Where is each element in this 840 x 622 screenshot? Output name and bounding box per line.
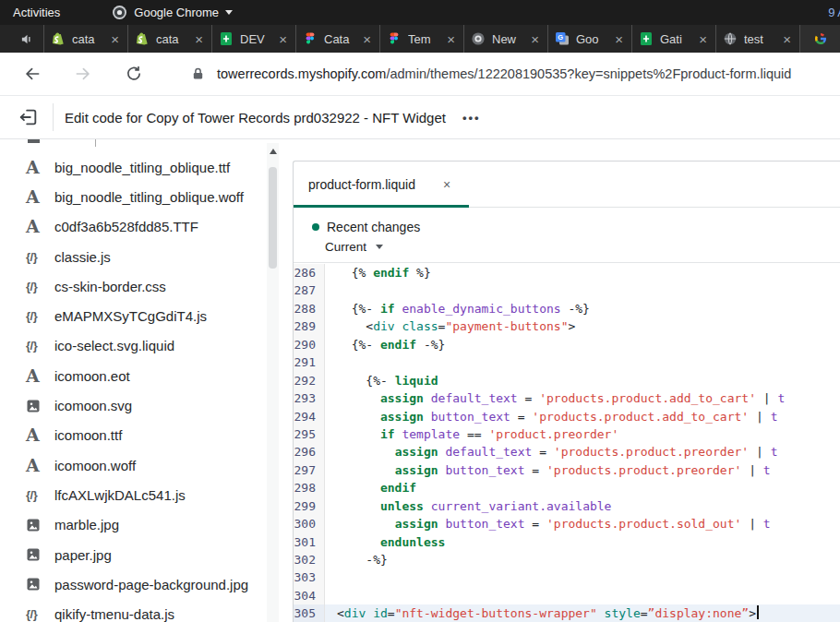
line-number: 299 [294,497,325,515]
browser-tab-strip: cata×cata×DEV×Cata×Tem×New×GGoo×Gati×tes… [0,25,840,53]
code-line[interactable]: 286 {% endif %} [294,264,840,281]
file-list-item[interactable]: {/}eMAPMXSyTCgGdiT4.js [0,301,286,330]
activities-button[interactable]: Activities [13,6,60,19]
code-line-content: assign default_text = 'products.product.… [325,389,840,407]
scrollbar-up-arrow-icon[interactable] [270,149,277,154]
tab-close-icon[interactable]: × [529,32,541,46]
tab-title: Gati [660,32,690,46]
code-line[interactable]: 301 endunless [294,533,840,551]
figma-icon [387,31,402,46]
file-list-item[interactable]: Abig_noodle_titling_oblique.ttf [0,152,286,182]
tab-title: cata [156,32,186,46]
back-button[interactable] [23,65,42,83]
exit-code-editor-button[interactable] [18,107,39,127]
app-menu[interactable]: Google Chrome [112,5,233,20]
file-list-item[interactable]: {/}cs-skin-border.css [0,271,286,301]
system-clock[interactable]: 9 A [828,6,840,19]
code-line[interactable]: 303 [294,568,840,586]
image-file-icon [26,547,48,562]
file-list-item[interactable]: password-page-background.jpg [0,569,286,599]
scrollbar-thumb[interactable] [269,167,277,269]
file-list-item[interactable]: Aicomoon.eot [0,361,286,390]
file-list-item[interactable]: marble.jpg [0,510,286,540]
file-list-item[interactable]: {/}classie.js [0,242,286,271]
line-number: 287 [294,281,325,299]
file-list-item[interactable]: Abig_noodle_titling_oblique.woff [0,182,286,211]
tab-title: Cata [324,32,354,46]
code-line[interactable]: 305<div id="nft-widget-buttons-wrapper" … [294,604,840,622]
shopify-icon [135,31,150,46]
code-area[interactable]: 286 {% endif %}287288 {%- if enable_dyna… [294,264,840,622]
code-line[interactable]: 292 {%- liquid [294,372,840,389]
tab-close-icon[interactable]: × [361,32,373,46]
file-list-item[interactable]: Ac0df3a6b528fdd85.TTF [0,212,286,242]
line-number: 305 [294,604,325,622]
code-line[interactable]: 300 assign button_text = 'products.produ… [294,515,840,532]
code-line[interactable]: 288 {%- if enable_dynamic_buttons -%} [294,300,840,317]
code-line[interactable]: 295 if template == 'product.preorder' [294,425,840,443]
tab-title: New [492,32,522,46]
file-tab-close-icon[interactable]: × [443,177,450,192]
file-list-item[interactable]: {/}ico-select.svg.liquid [0,331,286,361]
active-tab-underline [294,205,469,208]
browser-tab[interactable]: cata× [127,25,211,53]
code-line[interactable]: 298 endif [294,479,840,496]
code-line[interactable]: 296 assign default_text = 'products.prod… [294,443,840,461]
more-actions-button[interactable]: ••• [462,111,481,125]
code-line[interactable]: 302 -%} [294,551,840,568]
tab-close-icon[interactable]: × [613,32,625,46]
tab-close-icon[interactable]: × [445,32,457,46]
tab-close-icon[interactable]: × [109,32,121,46]
code-line[interactable]: 291 [294,353,840,371]
code-line-content: assign button_text = 'products.product.s… [325,515,840,532]
file-list-item[interactable]: {/}qikify-tmenu-data.js [0,599,286,622]
reload-button[interactable] [125,65,143,83]
browser-tab[interactable]: cata× [43,25,127,53]
file-list-item[interactable]: Aicomoon.woff [0,450,286,480]
code-line[interactable]: 287 [294,281,840,299]
browser-tab[interactable]: GGoo× [547,25,631,53]
url-domain: towerrecords.myshopify.com [217,66,386,81]
lock-icon[interactable] [191,66,205,81]
line-number: 304 [294,587,325,604]
code-line[interactable]: 299 unless current_variant.available [294,497,840,515]
code-line[interactable]: 290 {%- endif -%} [294,336,840,353]
file-name: icomoon.svg [54,398,132,413]
svg-text:G: G [558,33,563,42]
browser-tab[interactable]: Tem× [379,25,463,53]
code-file-icon: {/} [26,309,48,323]
browser-tab[interactable]: New× [463,25,547,53]
line-number: 302 [294,551,325,568]
file-list-item[interactable]: paper.jpg [0,540,286,569]
version-selector-label: Current [325,240,366,254]
code-line[interactable]: 289 <div class="payment-buttons"> [294,317,840,335]
code-line[interactable]: 304 [294,587,840,604]
file-list-item[interactable]: Aicomoon.ttf [0,421,286,450]
code-line-content [325,281,840,299]
tab-close-icon[interactable]: × [193,32,205,46]
tab-close-icon[interactable]: × [781,32,793,46]
file-name: icomoon.ttf [54,427,122,443]
code-line[interactable]: 297 assign button_text = 'products.produ… [294,461,840,479]
code-line[interactable]: 294 assign button_text = 'products.produ… [294,408,840,425]
code-editor-panel: product-form.liquid × Recent changes Cur… [293,161,840,622]
code-line[interactable]: 293 assign default_text = 'products.prod… [294,389,840,407]
browser-tab[interactable]: Cata× [295,25,379,53]
forward-button[interactable] [74,65,92,83]
file-name: icomoon.eot [54,368,130,384]
browser-tab[interactable]: Gati× [631,25,715,53]
tab-close-icon[interactable]: × [277,32,289,46]
code-line-content: assign button_text = 'products.product.a… [325,408,840,425]
sidebar-scrollbar[interactable] [267,143,279,622]
file-tab-product-form[interactable]: product-form.liquid × [294,161,469,207]
address-bar[interactable]: towerrecords.myshopify.com/admin/themes/… [217,66,791,81]
browser-tab[interactable]: test× [715,25,799,53]
file-list-item[interactable]: {/}lfcAXLwjkDALc541.js [0,480,286,509]
tab-close-icon[interactable]: × [697,32,709,46]
sheets-icon [639,31,654,46]
version-selector[interactable]: Current [325,240,840,254]
browser-tab[interactable]: DEV× [211,25,295,53]
file-list-item[interactable]: icomoon.svg [0,390,286,420]
code-line-content: if template == 'product.preorder' [325,425,840,443]
browser-tab[interactable] [799,25,840,53]
